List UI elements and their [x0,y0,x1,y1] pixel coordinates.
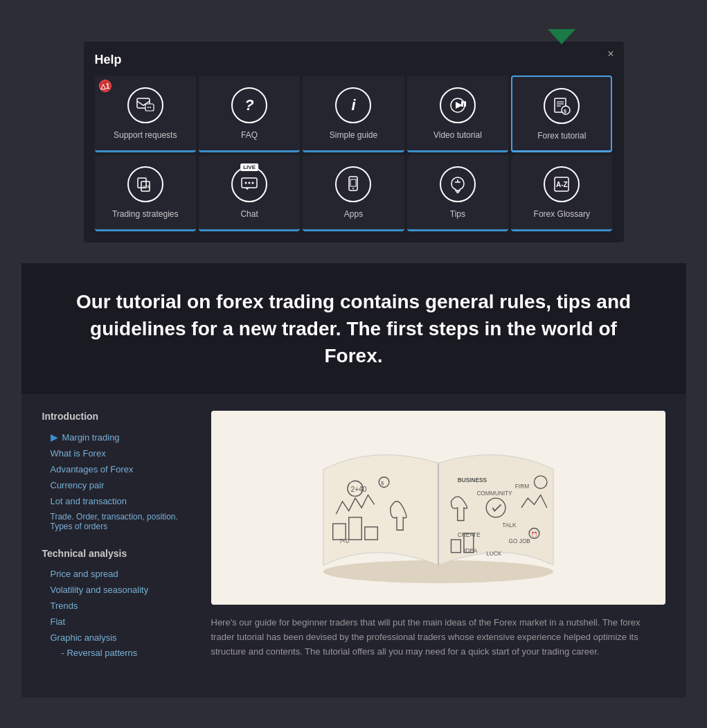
nav-item-flat[interactable]: Flat [42,614,195,630]
nav-item-margin-trading[interactable]: ▶ Margin trading [42,429,195,445]
video-icon [440,87,476,123]
help-dialog: Help × △1 Support requests [84,42,624,242]
video-label: Video tutorial [433,130,482,141]
guide-icon: i [335,87,371,123]
nav-item-trends[interactable]: Trends [42,598,195,614]
help-item-tips[interactable]: Tips [407,155,508,231]
svg-text:COMMUNITY: COMMUNITY [476,490,512,497]
svg-text:BUSINESS: BUSINESS [457,477,487,483]
dropdown-arrow-icon [548,29,575,44]
help-item-apps[interactable]: Apps [303,155,404,231]
svg-rect-21 [350,179,356,186]
hero-section: Our tutorial on forex trading contains g… [21,263,686,395]
nav-section-technical: Technical analysis [42,548,195,559]
help-title: Help [95,53,613,67]
glossary-label: Forex Glossary [534,209,590,220]
faq-icon: ? [231,87,267,123]
chevron-icon: ▶ [51,432,58,443]
content-area: Introduction ▶ Margin trading What is Fo… [21,394,686,677]
svg-text:$: $ [380,480,383,486]
help-panel: Help × △1 Support requests [0,0,707,263]
svg-point-19 [252,182,254,184]
svg-point-17 [245,182,247,184]
svg-text:IDEA: IDEA [463,547,477,554]
svg-point-3 [150,107,151,108]
nav-item-graphic-analysis[interactable]: Graphic analysis [42,630,195,646]
chat-icon [231,166,267,202]
help-item-forex[interactable]: $ Forex tutorial [511,76,612,152]
support-label: Support requests [114,130,177,141]
book-image: 2+40 7<0 $ BUSINESS [211,411,665,605]
nav-item-reversal-patterns[interactable]: - Reversal patterns [42,646,195,660]
glossary-icon: A-Z [544,166,580,202]
trading-label: Trading strategies [112,209,179,220]
apps-icon [335,166,371,202]
sidebar-nav: Introduction ▶ Margin trading What is Fo… [42,411,195,660]
svg-text:2+40: 2+40 [350,486,366,493]
nav-section-introduction: Introduction [42,411,195,422]
help-item-faq[interactable]: ? FAQ [199,76,300,152]
live-badge: LIVE [240,163,258,171]
close-button[interactable]: × [607,48,614,60]
description-text: Here's our guide for beginner traders th… [211,616,665,659]
svg-text:GO JOB: GO JOB [508,538,530,544]
nav-item-what-is-forex[interactable]: What is Forex [42,445,195,461]
help-item-support[interactable]: △1 Support requests [95,76,196,152]
support-icon [127,87,163,123]
svg-text:$: $ [564,109,566,114]
main-content: Our tutorial on forex trading contains g… [21,263,686,698]
svg-text:CREATE: CREATE [457,531,481,538]
book-section: 2+40 7<0 $ BUSINESS [211,411,665,660]
tips-icon [440,166,476,202]
hero-title: Our tutorial on forex trading contains g… [63,288,645,370]
forex-label: Forex tutorial [537,131,586,142]
svg-text:LUCK: LUCK [486,550,502,557]
chat-label: Chat [240,209,258,220]
apps-label: Apps [344,209,363,220]
help-item-trading[interactable]: x% Trading strategies [95,155,196,231]
svg-text:FIRM: FIRM [514,483,528,490]
nav-item-trade-order[interactable]: Trade. Order, transaction, position. Typ… [42,509,195,534]
tips-label: Tips [450,209,465,220]
help-item-guide[interactable]: i Simple guide [303,76,404,152]
svg-point-2 [147,107,149,108]
help-item-glossary[interactable]: A-Z Forex Glossary [511,155,612,231]
svg-text:TALK: TALK [502,522,517,529]
svg-point-22 [352,188,354,189]
nav-item-currency-pair[interactable]: Currency pair [42,477,195,493]
svg-text:7<0: 7<0 [339,538,348,544]
nav-item-advantages[interactable]: Advantages of Forex [42,461,195,477]
help-item-chat[interactable]: LIVE Chat [199,155,300,231]
svg-point-18 [249,182,251,184]
svg-rect-5 [461,101,463,107]
svg-text:A-Z: A-Z [556,181,568,188]
help-grid: △1 Support requests ? FAQ [95,76,613,231]
forex-icon: $ [544,88,580,124]
nav-item-lot-transaction[interactable]: Lot and transaction [42,493,195,509]
svg-text:⏰: ⏰ [530,531,537,538]
nav-item-volatility[interactable]: Volatility and seasonality [42,582,195,598]
notification-badge: △1 [99,80,111,92]
nav-item-price-spread[interactable]: Price and spread [42,566,195,582]
faq-label: FAQ [241,130,258,141]
guide-label: Simple guide [330,130,377,141]
help-item-video[interactable]: Video tutorial [407,76,508,152]
svg-text:x%: x% [143,184,150,190]
svg-rect-6 [464,101,466,107]
trading-icon: x% [127,166,163,202]
